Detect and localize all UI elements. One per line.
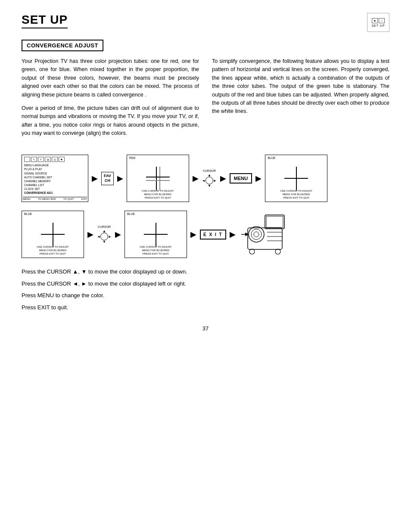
fav-ch-button: FAVCH xyxy=(101,172,114,185)
arrow-8: ▶ xyxy=(190,230,196,239)
menu-item-7: CLOCK SET xyxy=(24,187,86,191)
left-column: Your Projection TV has three color proje… xyxy=(22,57,199,143)
menu-bar-exit: EXIT xyxy=(81,198,87,200)
blue-screen-diagram-1: BLUE USE CURSOR TO ADJUSTMENU FOR BLUE/R… xyxy=(265,155,327,202)
blue-screen-caption-3: USE CURSOR TO ADJUSTMENU FOR BLUE/REDPRE… xyxy=(125,246,187,255)
setup-icon: ■ □ SET UP xyxy=(367,13,389,32)
cursor-label-1: CURSOR xyxy=(203,169,216,172)
svg-point-2 xyxy=(249,227,264,242)
svg-point-4 xyxy=(254,232,259,237)
menu-item-2: PLUG & PLAY xyxy=(24,167,86,171)
instruction-2: Press the CURSOR ◄, ► to move the color … xyxy=(22,279,389,289)
cursor-left-1: ◄ xyxy=(202,178,206,182)
cursor-left-2: ◄ xyxy=(97,234,100,238)
menu-icon-4: ⊞ xyxy=(45,157,51,162)
menu-icon-5: ⊡ xyxy=(52,157,58,162)
menu-item-4: AUTO CHANNEL SET xyxy=(24,175,86,179)
blue-screen-caption-1: USE CURSOR TO ADJUSTMENU FOR BLUE/REDPRE… xyxy=(265,190,327,199)
menu-icon-6: ■ xyxy=(59,157,65,162)
arrow-2: ▶ xyxy=(117,174,123,183)
cursor-center-1 xyxy=(206,177,213,184)
blue-screen-label-3: BLUE xyxy=(127,212,135,215)
svg-rect-0 xyxy=(265,215,284,229)
diagram-row-1: · 🔧 ≡ ⊞ ⊡ ■ MENU LANGUAGE PLUG & PLAY SI… xyxy=(22,155,389,202)
blue-screen-caption-2: USE CURSOR TO ADJUSTMENU FOR BLUE/REDPRE… xyxy=(22,246,84,255)
blue-screen-diagram-3: BLUE USE CURSOR TO ADJUSTMENU FOR BLUE/R… xyxy=(125,211,187,258)
menu-bar-to-quit: TO QUIT xyxy=(63,198,74,200)
menu-button-diagram: MENU xyxy=(230,173,252,184)
svg-point-7 xyxy=(275,249,280,254)
cursor-control-1: CURSOR ▲ ◄ ► ▼ xyxy=(202,169,217,188)
svg-rect-1 xyxy=(266,216,283,227)
menu-item-3: SIGNAL SOURCE xyxy=(24,171,86,175)
arrow-9: ▶ xyxy=(230,230,236,239)
cursor-diamond-2: ▲ ◄ ► ▼ xyxy=(97,229,112,244)
svg-point-3 xyxy=(251,229,262,240)
arrow-4: ▶ xyxy=(220,174,226,183)
cursor-down-2: ▼ xyxy=(103,240,106,244)
menu-item-8: CONVERGENCE ADJ. xyxy=(24,191,86,195)
blue-screen-label-2: BLUE xyxy=(24,212,32,215)
blue-screen-diagram-2: BLUE USE CURSOR TO ADJUSTMENU FOR BLUE/R… xyxy=(22,211,84,258)
menu-bottom-bar: MENU TO MENU BAR TO QUIT EXIT xyxy=(23,197,87,200)
cursor-diamond-1: ▲ ◄ ► ▼ xyxy=(202,173,217,188)
svg-point-6 xyxy=(249,249,255,254)
arrow-5: ▶ xyxy=(255,174,262,183)
menu-icon-2: 🔧 xyxy=(31,157,37,162)
arrow-7: ▶ xyxy=(115,230,121,239)
left-para-1: Your Projection TV has three color proje… xyxy=(22,57,199,99)
cursor-down-1: ▼ xyxy=(208,184,211,188)
section-header: CONVERGENCE ADJUST xyxy=(22,40,103,51)
arrow-1: ▶ xyxy=(92,174,98,183)
page-number: 37 xyxy=(22,325,389,332)
svg-rect-5 xyxy=(248,228,282,249)
page-header: SET UP ■ □ SET UP xyxy=(22,13,389,32)
red-screen-label: RED xyxy=(129,156,136,159)
cursor-center-2 xyxy=(100,233,108,240)
cursor-up-1: ▲ xyxy=(208,173,211,177)
instruction-4: Press EXIT to quit. xyxy=(22,302,389,312)
arrow-3: ▶ xyxy=(193,174,199,183)
page-title: SET UP xyxy=(22,13,68,28)
blue-screen-label-1: BLUE xyxy=(268,156,275,159)
menu-item-1: MENU LANGUAGE xyxy=(24,163,86,167)
arrow-6: ▶ xyxy=(87,230,93,239)
cursor-right-1: ► xyxy=(213,178,217,182)
setup-icon-label: SET UP xyxy=(371,24,385,27)
cursor-control-2: CURSOR ▲ ◄ ► ▼ xyxy=(97,225,112,244)
red-screen-caption: USE CURSOR TO ADJUSTMENU FOR BLUE/REDPRE… xyxy=(127,190,189,199)
menu-items-list: MENU LANGUAGE PLUG & PLAY SIGNAL SOURCE … xyxy=(24,163,86,195)
tv-illustration xyxy=(239,211,286,258)
cursor-right-2: ► xyxy=(108,234,112,238)
menu-item-6: CHANNEL LIST xyxy=(24,183,86,187)
menu-icon-3: ≡ xyxy=(38,157,44,162)
menu-icon-bar: · 🔧 ≡ ⊞ ⊡ ■ xyxy=(24,157,86,162)
menu-bar-to-menu: TO MENU BAR xyxy=(38,198,56,200)
cursor-up-2: ▲ xyxy=(103,229,106,233)
instruction-3: Press MENU to change the color. xyxy=(22,290,389,300)
exit-button-diagram: E X I T xyxy=(200,230,226,240)
red-screen-diagram: RED USE CURSOR TO ADJUSTMENU FOR BLUE/RE… xyxy=(127,155,189,202)
diagram-row-2: BLUE USE CURSOR TO ADJUSTMENU FOR BLUE/R… xyxy=(22,211,389,258)
right-column: To simplify convergence, the following f… xyxy=(212,57,389,143)
menu-bar-menu: MENU xyxy=(23,198,31,200)
instructions: Press the CURSOR ▲, ▼ to move the color … xyxy=(22,267,389,312)
right-para-1: To simplify convergence, the following f… xyxy=(212,57,389,116)
cursor-label-2: CURSOR xyxy=(98,225,111,228)
menu-icon-1: · xyxy=(24,157,30,162)
intro-text: Your Projection TV has three color proje… xyxy=(22,57,389,143)
instruction-1: Press the CURSOR ▲, ▼ to move the color … xyxy=(22,267,389,277)
left-para-2: Over a period of time, the picture tubes… xyxy=(22,104,199,138)
menu-screen-diagram: · 🔧 ≡ ⊞ ⊡ ■ MENU LANGUAGE PLUG & PLAY SI… xyxy=(22,155,88,202)
menu-item-5: CHANNEL MEMORY xyxy=(24,179,86,183)
